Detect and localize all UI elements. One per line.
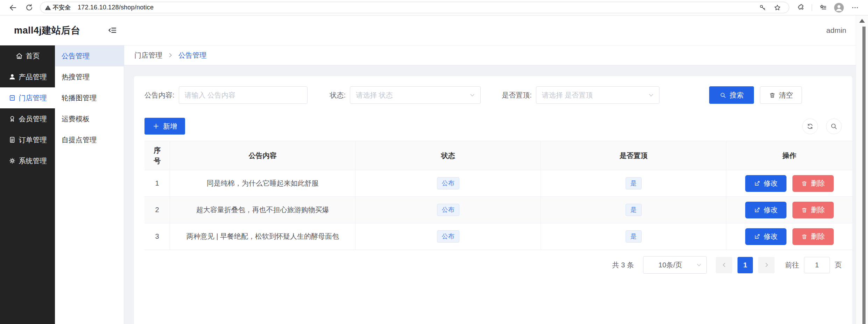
cell-top: 是: [541, 223, 726, 250]
status-tag: 公布: [437, 204, 459, 216]
scrollbar-thumb[interactable]: [862, 27, 866, 324]
menu-dots-icon[interactable]: [849, 2, 861, 14]
page-size-select[interactable]: 10条/页: [643, 256, 707, 274]
main-area: 公告内容: 状态: 请选择 状态 是否置顶: 请选择 是否置顶: [124, 65, 856, 324]
sidebar-item-system[interactable]: 系统管理: [0, 150, 55, 171]
extensions-icon[interactable]: [795, 2, 807, 14]
app-header: mall4j建站后台 admin: [0, 15, 868, 45]
clear-button[interactable]: 清空: [760, 86, 802, 104]
chevron-left-icon: [721, 262, 727, 268]
edit-button[interactable]: 修改: [745, 175, 786, 192]
cell-top: 是: [541, 197, 726, 223]
top-select[interactable]: 请选择 是否置顶: [536, 86, 659, 104]
status-select[interactable]: 请选择 状态: [350, 86, 481, 104]
breadcrumb-notice[interactable]: 公告管理: [178, 51, 206, 60]
sidebar-item-members[interactable]: 会员管理: [0, 108, 55, 129]
goto-page-input[interactable]: [804, 257, 830, 273]
submenu-item-notice[interactable]: 公告管理: [55, 45, 124, 66]
back-icon[interactable]: [7, 2, 19, 14]
pagination: 共 3 条 10条/页 1 前往 页: [612, 256, 842, 274]
table-row: 2 超大容量折叠包，再也不担心旅游购物买爆 公布 是 修改: [144, 197, 852, 223]
toolbar: 新增: [144, 118, 842, 135]
url-text: 172.16.10.128/shop/notice: [78, 4, 154, 11]
breadcrumb-store[interactable]: 门店管理: [134, 51, 162, 60]
search-icon: [720, 92, 726, 99]
delete-button-label: 删除: [811, 232, 825, 241]
next-page-button[interactable]: [758, 257, 775, 273]
medal-icon: [8, 115, 16, 123]
trash-icon: [801, 180, 807, 187]
submenu-item-label: 轮播图管理: [62, 93, 97, 103]
search-button[interactable]: 搜索: [709, 86, 754, 104]
chrome-divider: [812, 4, 812, 11]
submenu-item-freight[interactable]: 运费模板: [55, 108, 124, 129]
edit-button[interactable]: 修改: [745, 228, 786, 245]
shop-icon: [8, 94, 16, 102]
edit-icon: [754, 233, 760, 240]
delete-button[interactable]: 删除: [792, 202, 834, 218]
sidebar-item-home[interactable]: 首页: [0, 45, 55, 66]
scroll-up-arrow-icon[interactable]: [859, 19, 865, 23]
cell-actions: 修改 删除: [726, 170, 852, 197]
top-select-placeholder: 请选择 是否置顶: [542, 91, 593, 100]
sidebar-item-orders[interactable]: 订单管理: [0, 129, 55, 150]
sidebar-item-label: 首页: [26, 51, 40, 61]
edit-button[interactable]: 修改: [745, 202, 786, 218]
notice-content-input[interactable]: [179, 86, 308, 104]
sidebar-item-products[interactable]: 产品管理: [0, 66, 55, 87]
table-row: 1 同是纯棉，为什么它睡起来如此舒服 公布 是 修改: [144, 170, 852, 197]
top-tag: 是: [626, 204, 642, 216]
key-icon[interactable]: [757, 2, 769, 14]
sidebar-item-stores[interactable]: 门店管理: [0, 87, 55, 108]
security-label: 不安全: [53, 3, 71, 12]
notice-table: 序号 公告内容 状态 是否置顶 操作 1 同是纯棉，为什么它睡起来如此舒服 公布: [144, 141, 852, 250]
submenu-item-pickup[interactable]: 自提点管理: [55, 129, 124, 150]
edit-button-label: 修改: [764, 179, 778, 188]
app-logo: mall4j建站后台: [14, 24, 80, 37]
header-index: 序号: [144, 141, 170, 170]
cell-status: 公布: [355, 170, 541, 197]
edit-button-label: 修改: [764, 232, 778, 241]
sidebar: 首页 产品管理 门店管理 会员管理 订单管理: [0, 45, 55, 324]
cell-index: 1: [144, 170, 170, 197]
screen: 不安全 172.16.10.128/shop/notice mall4j建站后台: [0, 0, 868, 324]
cell-status: 公布: [355, 223, 541, 250]
profile-avatar[interactable]: [834, 2, 844, 13]
submenu-item-hotsearch[interactable]: 热搜管理: [55, 66, 124, 87]
edit-icon: [754, 207, 760, 213]
address-bar[interactable]: 不安全 172.16.10.128/shop/notice: [40, 2, 789, 13]
collections-icon[interactable]: [817, 2, 829, 14]
edit-button-label: 修改: [764, 205, 778, 215]
top-tag: 是: [626, 177, 642, 189]
submenu-item-banner[interactable]: 轮播图管理: [55, 87, 124, 108]
clear-button-label: 清空: [779, 91, 793, 100]
submenu-item-label: 热搜管理: [62, 72, 90, 82]
delete-button[interactable]: 删除: [792, 228, 834, 245]
magnifier-icon: [830, 123, 838, 130]
column-search-button[interactable]: [826, 118, 842, 134]
prev-page-button[interactable]: [716, 257, 732, 273]
add-button[interactable]: 新增: [144, 118, 185, 135]
trash-icon: [801, 233, 807, 240]
cell-content: 同是纯棉，为什么它睡起来如此舒服: [170, 170, 355, 197]
filter-actions: 搜索 清空: [709, 86, 802, 104]
user-name[interactable]: admin: [826, 26, 846, 35]
chevron-right-icon: [763, 262, 770, 268]
submenu: 公告管理 热搜管理 轮播图管理 运费模板 自提点管理: [55, 45, 124, 324]
header-top: 是否置顶: [541, 141, 726, 170]
reload-icon[interactable]: [23, 2, 35, 14]
page-number-1[interactable]: 1: [738, 257, 753, 273]
header-status: 状态: [355, 141, 541, 170]
table-header-row: 序号 公告内容 状态 是否置顶 操作: [144, 141, 852, 170]
cell-actions: 修改 删除: [726, 197, 852, 223]
bookmark-star-icon[interactable]: [771, 2, 783, 14]
refresh-button[interactable]: [802, 118, 818, 134]
trash-icon: [801, 207, 807, 213]
gear-icon: [8, 157, 16, 165]
page-unit-label: 页: [835, 260, 842, 270]
table-tools: [802, 118, 842, 134]
delete-button[interactable]: 删除: [792, 175, 834, 192]
cell-index: 3: [144, 223, 170, 250]
edit-icon: [754, 180, 760, 187]
collapse-menu-icon[interactable]: [108, 26, 117, 35]
